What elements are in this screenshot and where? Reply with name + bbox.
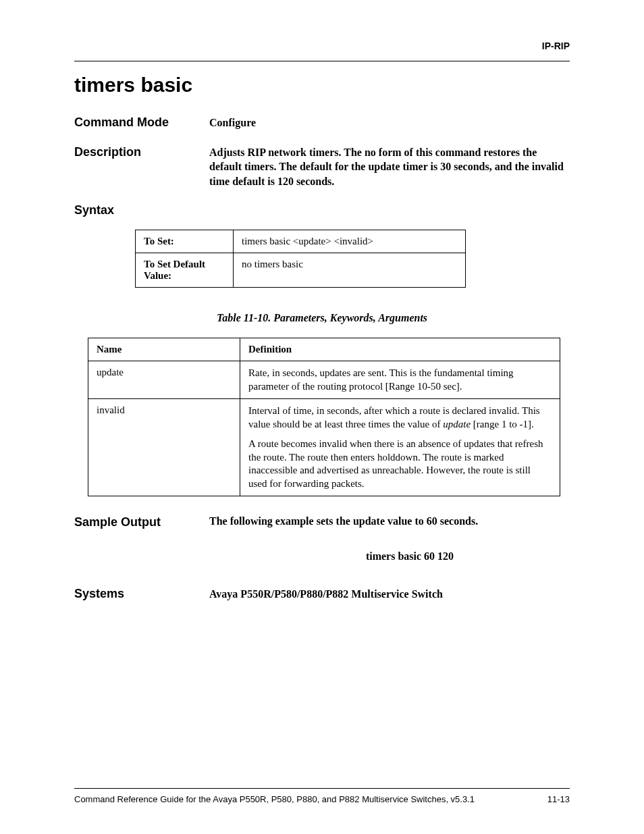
params-table-caption: Table 11-10. Parameters, Keywords, Argum…	[74, 312, 570, 324]
page: IP-RIP timers basic Command Mode Configu…	[0, 0, 644, 834]
param-name: invalid	[88, 399, 240, 496]
footer-row: Command Reference Guide for the Avaya P5…	[74, 794, 570, 804]
command-mode-value: Configure	[209, 115, 570, 130]
header-section: IP-RIP	[74, 41, 570, 51]
syntax-row-label: To Set:	[136, 230, 234, 253]
footer-right: 11-13	[547, 794, 570, 804]
command-mode-label: Command Mode	[74, 115, 209, 130]
syntax-row-value: timers basic <update> <invalid>	[234, 230, 466, 253]
param-def-p2: A route becomes invalid when there is an…	[248, 438, 552, 490]
sample-output-label: Sample Output	[74, 515, 209, 529]
syntax-row: To Set: timers basic <update> <invalid>	[136, 230, 466, 253]
description-value: Adjusts RIP network timers. The no form …	[209, 145, 570, 189]
params-header-row: Name Definition	[88, 338, 560, 361]
param-definition: Rate, in seconds, updates are sent. This…	[240, 361, 560, 399]
footer-rule	[74, 788, 570, 789]
description-row: Description Adjusts RIP network timers. …	[74, 145, 570, 189]
sample-output-body: The following example sets the update va…	[209, 515, 570, 563]
top-rule	[74, 61, 570, 61]
systems-value: Avaya P550R/P580/P880/P882 Multiservice …	[209, 587, 570, 602]
syntax-label: Syntax	[74, 203, 570, 217]
sample-output-intro: The following example sets the update va…	[209, 515, 570, 527]
sample-output-code: timers basic 60 120	[250, 550, 570, 563]
param-def-p1-post: [range 1 to -1].	[471, 419, 534, 429]
footer-left: Command Reference Guide for the Avaya P5…	[74, 794, 475, 804]
description-label: Description	[74, 145, 209, 159]
syntax-row: To Set Default Value: no timers basic	[136, 253, 466, 288]
systems-row: Systems Avaya P550R/P580/P880/P882 Multi…	[74, 587, 570, 602]
params-row: update Rate, in seconds, updates are sen…	[88, 361, 560, 399]
params-header-name: Name	[88, 338, 240, 361]
command-title: timers basic	[74, 74, 570, 97]
param-def-p1: Interval of time, in seconds, after whic…	[248, 405, 552, 431]
systems-label: Systems	[74, 587, 209, 601]
param-name: update	[88, 361, 240, 399]
command-mode-row: Command Mode Configure	[74, 115, 570, 130]
params-row: invalid Interval of time, in seconds, af…	[88, 399, 560, 496]
footer: Command Reference Guide for the Avaya P5…	[74, 788, 570, 804]
syntax-row-value: no timers basic	[234, 253, 466, 288]
param-definition: Interval of time, in seconds, after whic…	[240, 399, 560, 496]
sample-output-row: Sample Output The following example sets…	[74, 515, 570, 563]
syntax-row-label: To Set Default Value:	[136, 253, 234, 288]
param-def-p1: Rate, in seconds, updates are sent. This…	[248, 367, 552, 393]
params-header-definition: Definition	[240, 338, 560, 361]
syntax-table: To Set: timers basic <update> <invalid> …	[135, 230, 466, 288]
param-def-p1-italic: update	[443, 419, 471, 429]
params-table: Name Definition update Rate, in seconds,…	[88, 338, 560, 496]
